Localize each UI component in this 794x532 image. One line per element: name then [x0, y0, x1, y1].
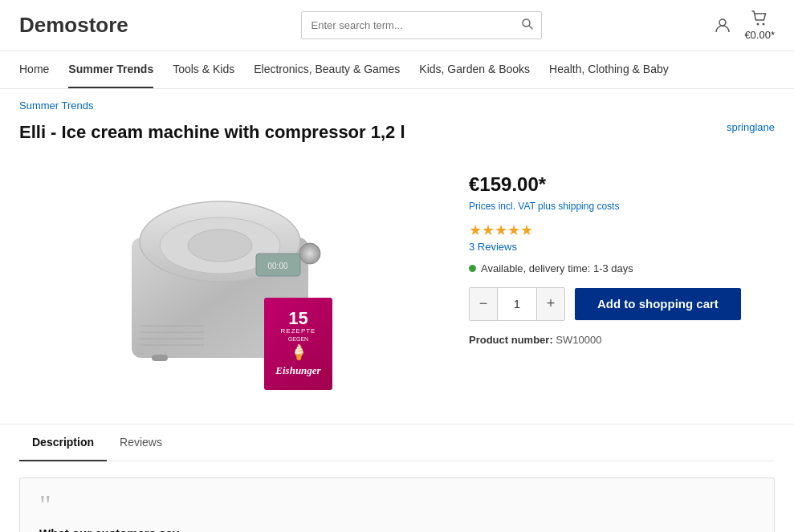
tabs-row: Description Reviews: [19, 424, 775, 461]
star-rating: ★★★★★: [469, 221, 775, 239]
add-to-cart-button[interactable]: Add to shopping cart: [575, 288, 741, 320]
search-button[interactable]: [514, 12, 541, 39]
product-number: Product number: SW10000: [469, 334, 775, 346]
svg-text:00:00: 00:00: [267, 262, 287, 270]
search-input[interactable]: [302, 13, 514, 38]
nav-item-summer-trends[interactable]: Summer Trends: [68, 51, 153, 88]
price-note-link[interactable]: Prices incl. VAT plus shipping costs: [469, 201, 619, 212]
brand-link[interactable]: springlane: [727, 121, 775, 133]
availability-dot: [469, 265, 476, 272]
svg-point-4: [763, 23, 765, 26]
svg-point-8: [188, 229, 252, 262]
cart-icon: [751, 10, 768, 27]
description-heading: What our customers say: [39, 526, 755, 532]
reviews-link[interactable]: 3 Reviews: [469, 241, 775, 253]
nav-item-electronics[interactable]: Electronics, Beauty & Games: [254, 51, 400, 88]
price-note: Prices incl. VAT plus shipping costs: [469, 201, 775, 212]
product-price: €159.00*: [469, 173, 775, 196]
logo[interactable]: Demostore: [19, 13, 128, 38]
availability: Available, delivery time: 1-3 days: [469, 262, 775, 274]
search-icon: [522, 18, 533, 30]
availability-text: Available, delivery time: 1-3 days: [481, 262, 633, 274]
product-title-row: Elli - Ice cream machine with compressor…: [0, 115, 794, 148]
nav-item-tools-kids[interactable]: Tools & Kids: [173, 51, 234, 88]
cart-icon-button[interactable]: €0.00*: [744, 10, 775, 41]
icecream-icon: 🍦: [290, 343, 307, 361]
product-number-label: Product number:: [469, 334, 553, 346]
quote-icon: ": [39, 494, 755, 518]
svg-line-1: [529, 26, 532, 29]
quantity-decrease-button[interactable]: −: [470, 288, 497, 320]
quantity-input[interactable]: [497, 288, 537, 320]
product-container: 00:00: [0, 148, 794, 417]
recipe-number: 15: [288, 310, 307, 327]
nav-item-health[interactable]: Health, Clothing & Baby: [549, 51, 669, 88]
svg-point-3: [757, 23, 759, 26]
product-title: Elli - Ice cream machine with compressor…: [19, 121, 405, 144]
user-icon: [714, 17, 731, 35]
nav-item-home[interactable]: Home: [19, 51, 49, 88]
account-icon-button[interactable]: [714, 17, 731, 35]
search-bar: [301, 11, 542, 39]
svg-point-11: [299, 243, 320, 264]
description-box: " What our customers say The Elli ice cr…: [19, 477, 775, 532]
recipe-gegen: GEGEN: [288, 336, 308, 342]
nav-item-kids-garden[interactable]: Kids, Garden & Books: [419, 51, 530, 88]
add-to-cart-row: − + Add to shopping cart: [469, 287, 775, 321]
product-number-value: SW10000: [556, 334, 601, 346]
quantity-control: − +: [469, 287, 565, 321]
header: Demostore €0.00*: [0, 0, 794, 51]
tabs-section: Description Reviews " What our customers…: [0, 424, 794, 532]
svg-point-2: [719, 19, 726, 26]
recipe-book: 15 REZEPTE GEGEN 🍦 Eishunger: [264, 298, 332, 390]
tab-reviews[interactable]: Reviews: [107, 424, 175, 461]
cart-amount: €0.00*: [744, 29, 775, 41]
product-info: €159.00* Prices incl. VAT plus shipping …: [469, 157, 775, 398]
breadcrumb: Summer Trends: [0, 89, 794, 115]
quantity-increase-button[interactable]: +: [537, 288, 564, 320]
main-nav: Home Summer Trends Tools & Kids Electron…: [0, 51, 794, 89]
product-image-area: 00:00: [19, 157, 437, 398]
svg-rect-16: [152, 355, 168, 361]
header-right: €0.00*: [714, 10, 775, 41]
logo-normal: store: [77, 13, 128, 37]
recipe-title: Eishunger: [275, 364, 320, 377]
logo-bold: Demo: [19, 13, 77, 37]
tab-description[interactable]: Description: [19, 424, 107, 461]
recipe-label: REZEPTE: [281, 327, 316, 335]
breadcrumb-link[interactable]: Summer Trends: [19, 99, 93, 112]
